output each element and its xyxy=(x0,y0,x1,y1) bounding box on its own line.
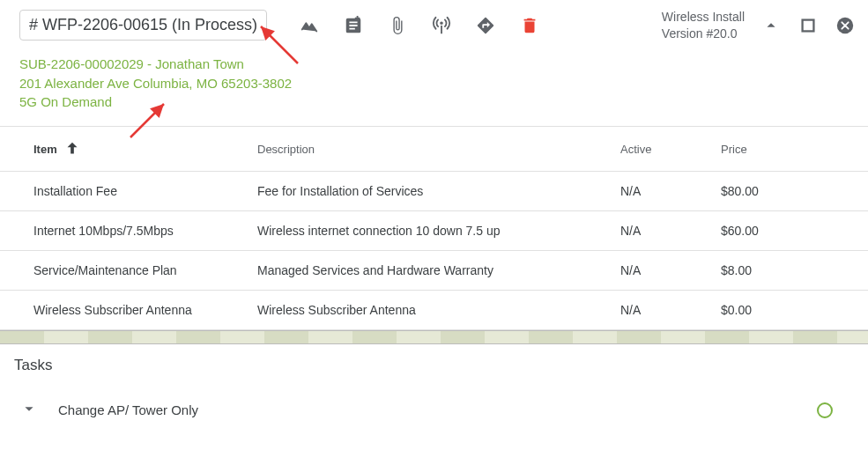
svg-rect-0 xyxy=(803,19,814,31)
items-table: Item Description Active Price Installati… xyxy=(0,126,868,330)
task-row[interactable]: Change AP/ Tower Only xyxy=(0,387,868,433)
subscriber-info: SUB-2206-00002029 - Jonathan Town 201 Al… xyxy=(0,51,868,126)
delete-icon[interactable] xyxy=(519,15,540,36)
cell-item: Internet 10Mbps/7.5Mbps xyxy=(33,224,257,238)
table-row[interactable]: Wireless Subscriber AntennaWireless Subs… xyxy=(0,291,868,330)
cell-description: Fee for Installation of Services xyxy=(257,184,620,198)
col-item-label: Item xyxy=(33,143,57,156)
table-row[interactable]: Internet 10Mbps/7.5MbpsWireless internet… xyxy=(0,211,868,251)
cell-item: Wireless Subscriber Antenna xyxy=(33,303,257,317)
toolbar-icons xyxy=(299,15,540,36)
cell-price: $60.00 xyxy=(721,224,868,238)
subscriber-plan[interactable]: 5G On Demand xyxy=(19,92,849,112)
chevron-down-icon xyxy=(19,399,39,421)
activity-icon[interactable] xyxy=(299,15,320,36)
header-right: Wireless Install Version #20.0 xyxy=(662,9,856,42)
col-header-description[interactable]: Description xyxy=(257,143,620,156)
cell-item: Service/Maintenance Plan xyxy=(33,263,257,277)
table-row[interactable]: Service/Maintenance PlanManaged Services… xyxy=(0,251,868,291)
maximize-icon[interactable] xyxy=(798,15,819,36)
version-label: Version #20.0 xyxy=(662,26,745,42)
cell-active: N/A xyxy=(620,303,721,317)
task-status-circle-icon xyxy=(817,402,833,418)
map-strip xyxy=(0,330,868,344)
table-header: Item Description Active Price xyxy=(0,127,868,172)
cell-description: Managed Services and Hardware Warranty xyxy=(257,263,620,277)
add-note-icon[interactable] xyxy=(343,15,364,36)
cell-active: N/A xyxy=(620,224,721,238)
close-icon[interactable] xyxy=(835,15,856,36)
col-header-price[interactable]: Price xyxy=(721,143,868,156)
transmitter-icon[interactable] xyxy=(431,15,452,36)
collapse-icon[interactable] xyxy=(760,15,782,36)
cell-active: N/A xyxy=(620,184,721,198)
task-name: Change AP/ Tower Only xyxy=(58,402,198,417)
tasks-heading: Tasks xyxy=(0,344,868,387)
col-header-active[interactable]: Active xyxy=(620,143,721,156)
cell-price: $0.00 xyxy=(721,303,868,317)
directions-icon[interactable] xyxy=(475,15,496,36)
subscriber-address[interactable]: 201 Alexander Ave Columbia, MO 65203-380… xyxy=(19,74,849,93)
cell-active: N/A xyxy=(620,263,721,277)
version-info: Wireless Install Version #20.0 xyxy=(662,9,745,42)
attachment-icon[interactable] xyxy=(387,15,408,36)
cell-description: Wireless internet connection 10 down 7.5… xyxy=(257,224,620,238)
cell-description: Wireless Subscriber Antenna xyxy=(257,303,620,317)
cell-item: Installation Fee xyxy=(33,184,257,198)
workorder-title[interactable]: # WFP-2206-00615 (In Process) xyxy=(19,10,267,41)
sort-asc-icon xyxy=(63,139,82,159)
table-row[interactable]: Installation FeeFee for Installation of … xyxy=(0,172,868,211)
topbar: # WFP-2206-00615 (In Process) Wireless I… xyxy=(0,0,868,51)
cell-price: $8.00 xyxy=(721,263,868,277)
col-header-item[interactable]: Item xyxy=(33,139,257,159)
cell-price: $80.00 xyxy=(721,184,868,198)
install-type-label: Wireless Install xyxy=(662,9,745,26)
subscriber-link[interactable]: SUB-2206-00002029 - Jonathan Town xyxy=(19,55,849,74)
